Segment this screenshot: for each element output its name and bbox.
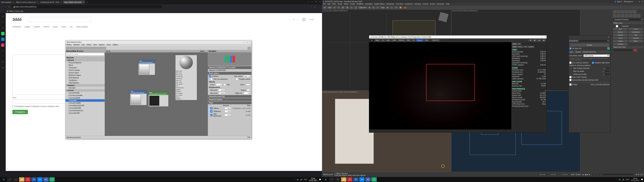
search-icon[interactable]: ⌕	[89, 19, 90, 21]
rollout-basic[interactable]: Basic options	[208, 72, 252, 75]
menu-modes[interactable]: Modes	[66, 44, 72, 47]
back-icon[interactable]: ←	[2, 6, 3, 8]
systems-icon[interactable]	[637, 14, 641, 18]
rb-btn[interactable]: ↻	[372, 6, 376, 9]
minimize-icon[interactable]: —	[538, 36, 540, 38]
tab-cie[interactable]: CIE	[523, 46, 528, 48]
notif-icon[interactable]: 💬	[641, 179, 643, 180]
menu-views[interactable]: Views	[344, 3, 348, 6]
menu-customize[interactable]: Customize	[405, 3, 412, 6]
rb-btn[interactable]: ↶	[333, 6, 336, 9]
tb-word[interactable]: W	[31, 177, 36, 182]
world-input[interactable]	[603, 73, 610, 75]
menu-rendering[interactable]: Rendering	[386, 3, 394, 6]
clock-icon[interactable]: ◷	[1, 26, 4, 30]
node-material[interactable]: Base colorRefl. colorRefl. glossiFresnel…	[175, 55, 197, 100]
bookmark-mailru[interactable]: @ Mail.ru: почта, пои...	[7, 10, 24, 12]
search-button[interactable]: ○	[329, 177, 334, 182]
tool-icon[interactable]	[76, 47, 79, 50]
group-scanline[interactable]: - Scanline	[66, 84, 105, 87]
disp-max[interactable]	[219, 92, 226, 94]
tray-vol-icon[interactable]: 🔊	[300, 179, 302, 180]
mail-icon[interactable]: ✉	[293, 19, 294, 21]
thin-check[interactable]	[210, 78, 212, 80]
menu-tools[interactable]: Tools	[332, 3, 336, 6]
menu-edit[interactable]: Edit	[82, 44, 84, 47]
mat-composite[interactable]: Composite	[66, 67, 105, 69]
tab-lightmix[interactable]: LightMix	[528, 46, 534, 48]
search-icon[interactable]: ⌕	[1, 21, 4, 24]
play-next-icon[interactable]: ⏭	[589, 173, 590, 175]
rollout-vol[interactable]: Volumetrics and SSS	[208, 95, 252, 98]
menu-group[interactable]: Group	[338, 3, 342, 6]
mat-directx[interactable]: DirectX Shader	[66, 69, 105, 72]
heart-icon[interactable]: ♡	[1, 55, 4, 58]
menu-civil[interactable]: Civil View	[396, 3, 403, 6]
tool-icon[interactable]	[80, 47, 83, 50]
space-icon[interactable]	[633, 14, 636, 18]
map-diffuse-check[interactable]	[210, 107, 212, 109]
taskview-button[interactable]: ▭	[335, 177, 340, 182]
maximize-icon[interactable]: ▢	[541, 36, 543, 38]
clip-check[interactable]	[224, 84, 226, 86]
rollout-objtype[interactable]: Object Type	[613, 22, 643, 24]
tb-explorer[interactable]: 📁	[19, 177, 24, 182]
play-back-icon[interactable]: ◀	[585, 173, 586, 175]
site-search[interactable]: ⌕	[28, 17, 92, 22]
caustics-check[interactable]	[236, 78, 238, 80]
taskview-button[interactable]: ▭	[13, 177, 18, 182]
close-icon[interactable]: ✕	[249, 41, 250, 43]
menu-animation[interactable]: Animation	[365, 3, 373, 6]
menu-modifiers[interactable]: Modifiers	[357, 3, 364, 6]
disp-min[interactable]	[218, 89, 225, 91]
window-titlebar[interactable]: Slate Material Editor —▢✕	[66, 41, 252, 44]
map-refl-amt[interactable]	[224, 110, 231, 112]
nav-gallery[interactable]: Галерея	[34, 26, 40, 28]
bookmark-icon[interactable]: ▷	[1, 49, 4, 52]
vfb-render-view[interactable]	[369, 42, 511, 129]
menu-select[interactable]: Select	[86, 44, 91, 47]
save-icon[interactable]	[607, 47, 610, 50]
mat-blend[interactable]: Blend	[66, 64, 105, 67]
menu-tools[interactable]: Tools	[107, 44, 110, 47]
menu-options[interactable]: Options	[99, 44, 104, 47]
autogrid-check[interactable]	[613, 25, 621, 27]
tb-app2[interactable]: ■	[43, 177, 49, 182]
vfb-tool-icon[interactable]: ◐	[537, 39, 541, 42]
tab-messenger[interactable]: Мессенджер×	[0, 0, 14, 4]
prim-plane[interactable]: Plane	[628, 40, 643, 43]
view-tab[interactable]: View1	[105, 50, 208, 52]
tool-icon[interactable]	[248, 47, 251, 50]
new-tab-button[interactable]: +	[85, 1, 89, 4]
nav-icon[interactable]: ⊡	[642, 173, 643, 175]
tray-up-icon[interactable]: ˄	[294, 179, 295, 180]
rb-obj[interactable]: OBJ	[327, 6, 332, 9]
nav-icon[interactable]: ⊕	[636, 173, 637, 175]
rtab-system[interactable]: System	[574, 51, 582, 53]
group-general[interactable]: - General	[66, 59, 105, 61]
map-gloss-slot[interactable]: No Map	[246, 114, 250, 116]
vfb-titlebar[interactable]: ◉ Corona 5 (Hotfix 2) | 790×484px (2:1) …	[369, 36, 546, 39]
vfb-channel[interactable]: BEAUTY	[431, 39, 440, 42]
tool-icon[interactable]	[100, 47, 103, 50]
render-button[interactable]: Render	[569, 43, 610, 47]
cameras-icon[interactable]	[625, 14, 628, 18]
reload-icon[interactable]: ⟳	[8, 6, 10, 8]
close-icon[interactable]: ×	[83, 1, 84, 3]
tray-up-icon[interactable]: ˄	[616, 179, 617, 180]
signin-button[interactable]: 👤 Sign In	[614, 1, 622, 3]
show-first-checkbox[interactable]	[12, 105, 14, 107]
rset-titlebar[interactable]: ✕	[569, 36, 610, 39]
avatar[interactable]	[302, 18, 306, 22]
tray-net-icon[interactable]: 🖧	[297, 179, 298, 180]
tb-word[interactable]: W	[353, 177, 358, 182]
whatsapp-icon[interactable]	[1, 32, 4, 35]
mat-crayswitch[interactable]: CoronaRaySwitchMtl	[66, 104, 105, 107]
nav-models[interactable]: 3D Модели	[12, 26, 21, 28]
prim-textplus[interactable]: TextPlus	[613, 43, 628, 46]
close-icon[interactable]: ×	[37, 1, 38, 3]
node-colorcorrect[interactable]: Map #2138626288\nColorCorrect	[148, 92, 168, 107]
prim-teapot[interactable]: Teapot	[613, 40, 628, 43]
tray-vol-icon[interactable]: 🔊	[622, 179, 624, 180]
helpers-icon[interactable]	[629, 14, 632, 18]
